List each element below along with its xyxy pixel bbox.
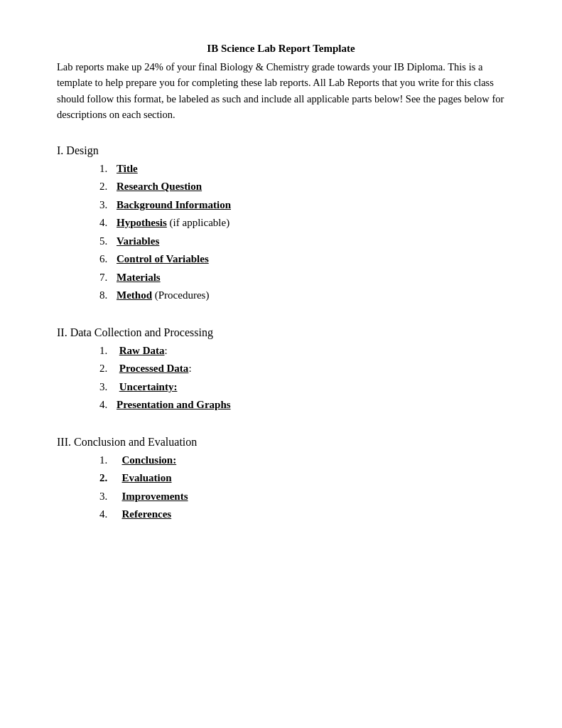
section-data-heading: II. Data Collection and Processing xyxy=(57,326,505,339)
section-conclusion: III. Conclusion and Evaluation 1. Conclu… xyxy=(57,436,505,524)
list-item: 3. Improvements xyxy=(99,488,505,506)
design-list: 1.Title 2.Research Question 3.Background… xyxy=(57,160,505,305)
conclusion-list: 1. Conclusion: 2. Evaluation 3. Improvem… xyxy=(57,451,505,524)
list-item: 8.Method (Procedures) xyxy=(99,287,505,305)
section-design: I. Design 1.Title 2.Research Question 3.… xyxy=(57,144,505,305)
page-container: IB Science Lab Report Template Lab repor… xyxy=(57,43,505,524)
list-item: 1.Title xyxy=(99,160,505,178)
list-item: 2. Processed Data: xyxy=(99,360,505,378)
header-section: IB Science Lab Report Template Lab repor… xyxy=(57,43,505,123)
data-list: 1. Raw Data: 2. Processed Data: 3. Uncer… xyxy=(57,342,505,414)
section-design-heading: I. Design xyxy=(57,144,505,157)
list-item: 3.Background Information xyxy=(99,196,505,215)
list-item: 4.Presentation and Graphs xyxy=(99,396,505,414)
list-item: 2.Research Question xyxy=(99,178,505,196)
list-item: 4. References xyxy=(99,505,505,524)
section-conclusion-heading: III. Conclusion and Evaluation xyxy=(57,436,505,449)
list-item: 7.Materials xyxy=(99,269,505,287)
list-item: 5.Variables xyxy=(99,232,505,251)
list-item: 4.Hypothesis (if applicable) xyxy=(99,214,505,232)
document-title: IB Science Lab Report Template xyxy=(57,43,505,55)
section-data-collection: II. Data Collection and Processing 1. Ra… xyxy=(57,326,505,414)
list-item: 1. Conclusion: xyxy=(99,451,505,470)
header-body: Lab reports make up 24% of your final Bi… xyxy=(57,59,505,123)
list-item: 3. Uncertainty: xyxy=(99,378,505,397)
list-item: 6.Control of Variables xyxy=(99,250,505,269)
list-item: 2. Evaluation xyxy=(99,469,505,488)
list-item: 1. Raw Data: xyxy=(99,342,505,360)
